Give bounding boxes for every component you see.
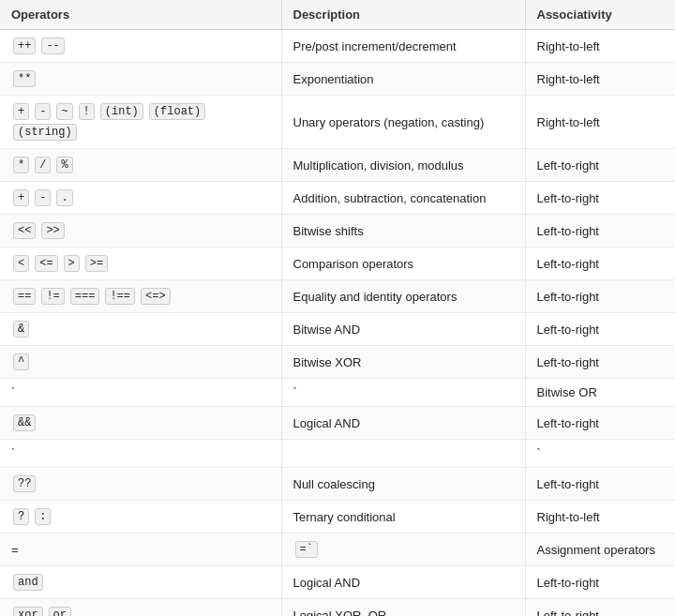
operator-badge: >> bbox=[41, 222, 64, 239]
operator-badge: && bbox=[13, 414, 36, 431]
operator-badge: ** bbox=[13, 70, 36, 87]
operator-badge: (int) bbox=[100, 103, 143, 120]
operator-badge: < bbox=[13, 255, 29, 272]
table-row: xororLogical XOR, ORLeft-to-right bbox=[0, 599, 675, 617]
operators-cell: ?: bbox=[0, 501, 281, 533]
operators-cell: and bbox=[0, 566, 281, 599]
description-cell: Logical AND bbox=[281, 407, 525, 440]
description-cell: Null coalescing bbox=[281, 468, 525, 501]
operators-cell: ?? bbox=[0, 468, 281, 501]
associativity-cell: Left-to-right bbox=[525, 149, 675, 182]
description-cell: Bitwise shifts bbox=[281, 215, 525, 248]
operator-badge: >= bbox=[85, 255, 108, 272]
operator-badge: + bbox=[13, 189, 29, 206]
table-row: +-~!(int)(float)(string)Unary operators … bbox=[0, 96, 675, 149]
description-cell: Unary operators (negation, casting) bbox=[281, 96, 525, 149]
table-row: */%Multiplication, division, modulusLeft… bbox=[0, 149, 675, 182]
table-header-row: Operators Description Associativity bbox=[0, 0, 675, 30]
associativity-cell: Left-to-right bbox=[525, 566, 675, 599]
operators-cell: <<=>>= bbox=[0, 248, 281, 280]
description-cell: ` bbox=[281, 379, 525, 407]
table-row: <<>>Bitwise shiftsLeft-to-right bbox=[0, 215, 675, 248]
table-row: ??Null coalescingLeft-to-right bbox=[0, 468, 675, 501]
associativity-cell: Assignment operators bbox=[525, 533, 675, 566]
operator-badge: ++ bbox=[13, 38, 36, 54]
description-cell: Equality and identity operators bbox=[281, 280, 525, 313]
table-row: andLogical ANDLeft-to-right bbox=[0, 566, 675, 599]
description-cell bbox=[281, 440, 525, 468]
table-row: <<=>>=Comparison operatorsLeft-to-right bbox=[0, 248, 675, 280]
operator-badge: === bbox=[70, 288, 100, 305]
operators-cell: = bbox=[0, 533, 281, 566]
operators-cell: */% bbox=[0, 149, 281, 182]
table-row: ==!====!==<=>Equality and identity opera… bbox=[0, 280, 675, 313]
table-row: ==`Assignment operators bbox=[0, 533, 675, 566]
operator-badge: -- bbox=[41, 38, 64, 54]
description-cell: =` bbox=[281, 533, 525, 566]
table-row: ``Bitwise OR bbox=[0, 379, 675, 407]
operators-cell: && bbox=[0, 407, 281, 440]
operator-badge: ! bbox=[79, 103, 95, 120]
associativity-cell: Left-to-right bbox=[525, 215, 675, 248]
description-cell: Logical AND bbox=[281, 566, 525, 599]
associativity-cell: ` bbox=[525, 440, 675, 468]
operators-cell: ** bbox=[0, 63, 281, 96]
operator-badge: <= bbox=[35, 255, 57, 272]
table-row: `` bbox=[0, 440, 675, 468]
operator-badge: * bbox=[13, 157, 29, 173]
operators-cell: ` bbox=[0, 379, 281, 407]
associativity-cell: Left-to-right bbox=[525, 468, 675, 501]
associativity-cell: Right-to-left bbox=[525, 63, 675, 96]
table-row: &&Logical ANDLeft-to-right bbox=[0, 407, 675, 440]
operator-badge: / bbox=[35, 157, 51, 173]
associativity-cell: Left-to-right bbox=[525, 313, 675, 346]
operator-badge: or bbox=[49, 607, 71, 616]
operators-cell: xoror bbox=[0, 599, 281, 617]
operator-badge: : bbox=[35, 508, 51, 525]
table-row: ++--Pre/post increment/decrementRight-to… bbox=[0, 30, 675, 63]
table-row: &Bitwise ANDLeft-to-right bbox=[0, 313, 675, 346]
operators-cell: +-~!(int)(float)(string) bbox=[0, 96, 281, 149]
col-header-operators: Operators bbox=[0, 0, 281, 30]
operator-badge: and bbox=[13, 574, 43, 591]
operator-badge: % bbox=[56, 157, 72, 173]
table-row: ^Bitwise XORLeft-to-right bbox=[0, 346, 675, 379]
operator-badge: ? bbox=[13, 508, 29, 525]
operator-badge: > bbox=[64, 255, 80, 272]
associativity-cell: Left-to-right bbox=[525, 248, 675, 280]
operator-badge: ^ bbox=[13, 353, 29, 370]
description-cell: Multiplication, division, modulus bbox=[281, 149, 525, 182]
col-header-associativity: Associativity bbox=[525, 0, 675, 30]
operator-badge: - bbox=[35, 103, 51, 120]
operator-badge: (string) bbox=[13, 124, 77, 141]
operator-badge: << bbox=[13, 222, 36, 239]
description-cell: Ternary conditional bbox=[281, 501, 525, 533]
associativity-cell: Left-to-right bbox=[525, 346, 675, 379]
description-cell: Comparison operators bbox=[281, 248, 525, 280]
description-cell: Exponentiation bbox=[281, 63, 525, 96]
operator-badge: (float) bbox=[149, 103, 205, 120]
description-cell: Pre/post increment/decrement bbox=[281, 30, 525, 63]
table-row: **ExponentiationRight-to-left bbox=[0, 63, 675, 96]
operators-cell: ^ bbox=[0, 346, 281, 379]
table-row: +-.Addition, subtraction, concatenationL… bbox=[0, 182, 675, 215]
operator-badge: != bbox=[41, 288, 64, 305]
operators-table: Operators Description Associativity ++--… bbox=[0, 0, 675, 616]
operator-badge: . bbox=[56, 189, 72, 206]
operators-cell: ==!====!==<=> bbox=[0, 280, 281, 313]
associativity-cell: Right-to-left bbox=[525, 96, 675, 149]
operators-cell: ++-- bbox=[0, 30, 281, 63]
operator-badge: !== bbox=[105, 288, 135, 305]
operators-cell: +-. bbox=[0, 182, 281, 215]
associativity-cell: Right-to-left bbox=[525, 30, 675, 63]
operators-cell: <<>> bbox=[0, 215, 281, 248]
operator-badge: - bbox=[35, 189, 51, 206]
associativity-cell: Left-to-right bbox=[525, 407, 675, 440]
associativity-cell: Left-to-right bbox=[525, 182, 675, 215]
operator-badge: ?? bbox=[13, 475, 36, 492]
associativity-cell: Right-to-left bbox=[525, 501, 675, 533]
operator-badge: == bbox=[13, 288, 36, 305]
table-row: ?:Ternary conditionalRight-to-left bbox=[0, 501, 675, 533]
col-header-description: Description bbox=[281, 0, 525, 30]
associativity-cell: Left-to-right bbox=[525, 599, 675, 617]
